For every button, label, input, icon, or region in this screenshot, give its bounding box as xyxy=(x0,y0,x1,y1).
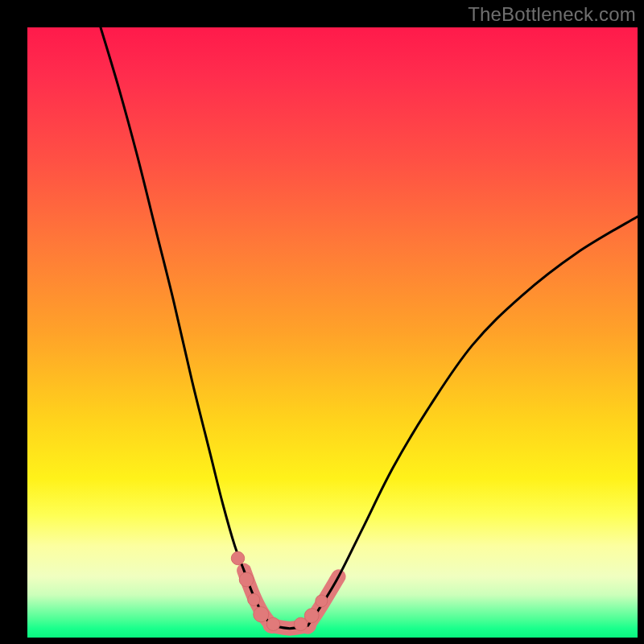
curve-marker xyxy=(316,595,328,607)
curve-marker xyxy=(304,609,319,623)
curve-marker xyxy=(239,572,254,587)
curve-marker xyxy=(266,617,279,630)
watermark-text: TheBottleneck.com xyxy=(468,3,636,26)
curve-marker xyxy=(254,607,269,622)
bottleneck-curve-left xyxy=(101,27,271,625)
curve-marker xyxy=(231,551,244,564)
chart-frame: TheBottleneck.com xyxy=(0,0,644,644)
plot-area xyxy=(27,27,638,638)
curve-overlay xyxy=(27,27,638,638)
bottleneck-curve-right xyxy=(308,217,638,625)
curve-marker xyxy=(248,593,260,605)
